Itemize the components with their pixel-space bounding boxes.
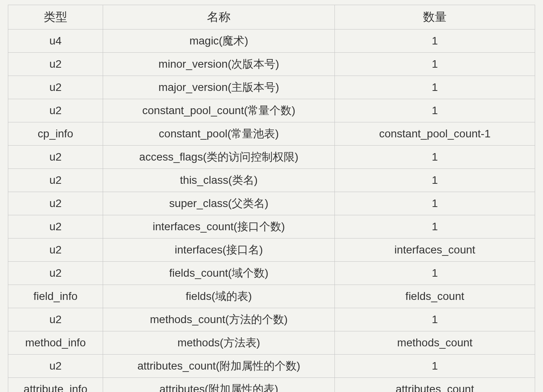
cell-count: interfaces_count (335, 239, 535, 262)
cell-count: 1 (335, 169, 535, 192)
table-header-row: 类型 名称 数量 (8, 5, 535, 30)
cell-type: u2 (8, 76, 103, 99)
cell-count: 1 (335, 308, 535, 331)
table-row: u2 access_flags(类的访问控制权限) 1 (8, 146, 535, 169)
table-row: u2 this_class(类名) 1 (8, 169, 535, 192)
cell-count: 1 (335, 30, 535, 53)
cell-count: 1 (335, 53, 535, 76)
cell-type: method_info (8, 331, 103, 355)
cell-type: u2 (8, 215, 103, 239)
cell-type: u4 (8, 30, 103, 53)
cell-count: 1 (335, 99, 535, 122)
table-row: u2 constant_pool_count(常量个数) 1 (8, 99, 535, 122)
cell-count: 1 (335, 76, 535, 99)
cell-type: u2 (8, 99, 103, 122)
table-row: cp_info constant_pool(常量池表) constant_poo… (8, 122, 535, 146)
classfile-structure-table: 类型 名称 数量 u4 magic(魔术) 1 u2 minor_version… (8, 5, 535, 392)
cell-type: field_info (8, 285, 103, 308)
table-row: u2 fields_count(域个数) 1 (8, 262, 535, 285)
cell-count: 1 (335, 192, 535, 215)
cell-type: u2 (8, 355, 103, 378)
cell-name: minor_version(次版本号) (103, 53, 335, 76)
cell-type: u2 (8, 239, 103, 262)
header-count: 数量 (335, 5, 535, 30)
cell-name: super_class(父类名) (103, 192, 335, 215)
cell-name: fields_count(域个数) (103, 262, 335, 285)
table-row: attribute_info attributes(附加属性的表) attrib… (8, 378, 535, 392)
header-type: 类型 (8, 5, 103, 30)
cell-count: 1 (335, 355, 535, 378)
table-row: u2 methods_count(方法的个数) 1 (8, 308, 535, 331)
cell-type: u2 (8, 169, 103, 192)
cell-name: fields(域的表) (103, 285, 335, 308)
table-row: u4 magic(魔术) 1 (8, 30, 535, 53)
cell-name: access_flags(类的访问控制权限) (103, 146, 335, 169)
cell-name: constant_pool(常量池表) (103, 122, 335, 146)
cell-name: this_class(类名) (103, 169, 335, 192)
cell-type: attribute_info (8, 378, 103, 392)
cell-name: attributes_count(附加属性的个数) (103, 355, 335, 378)
cell-name: interfaces_count(接口个数) (103, 215, 335, 239)
cell-name: constant_pool_count(常量个数) (103, 99, 335, 122)
table-body: u4 magic(魔术) 1 u2 minor_version(次版本号) 1 … (8, 30, 535, 392)
cell-count: 1 (335, 215, 535, 239)
cell-type: u2 (8, 262, 103, 285)
table-row: method_info methods(方法表) methods_count (8, 331, 535, 355)
table-row: u2 attributes_count(附加属性的个数) 1 (8, 355, 535, 378)
cell-type: u2 (8, 53, 103, 76)
cell-name: methods_count(方法的个数) (103, 308, 335, 331)
cell-count: 1 (335, 146, 535, 169)
table-row: u2 major_version(主版本号) 1 (8, 76, 535, 99)
cell-name: attributes(附加属性的表) (103, 378, 335, 392)
cell-count: methods_count (335, 331, 535, 355)
cell-count: fields_count (335, 285, 535, 308)
table-row: u2 interfaces_count(接口个数) 1 (8, 215, 535, 239)
cell-type: u2 (8, 192, 103, 215)
cell-name: methods(方法表) (103, 331, 335, 355)
cell-name: magic(魔术) (103, 30, 335, 53)
table-row: field_info fields(域的表) fields_count (8, 285, 535, 308)
table-row: u2 minor_version(次版本号) 1 (8, 53, 535, 76)
cell-type: u2 (8, 308, 103, 331)
cell-count: 1 (335, 262, 535, 285)
table-row: u2 interfaces(接口名) interfaces_count (8, 239, 535, 262)
cell-name: interfaces(接口名) (103, 239, 335, 262)
cell-count: attributes_count (335, 378, 535, 392)
table-row: u2 super_class(父类名) 1 (8, 192, 535, 215)
cell-count: constant_pool_count-1 (335, 122, 535, 146)
cell-name: major_version(主版本号) (103, 76, 335, 99)
cell-type: cp_info (8, 122, 103, 146)
header-name: 名称 (103, 5, 335, 30)
cell-type: u2 (8, 146, 103, 169)
